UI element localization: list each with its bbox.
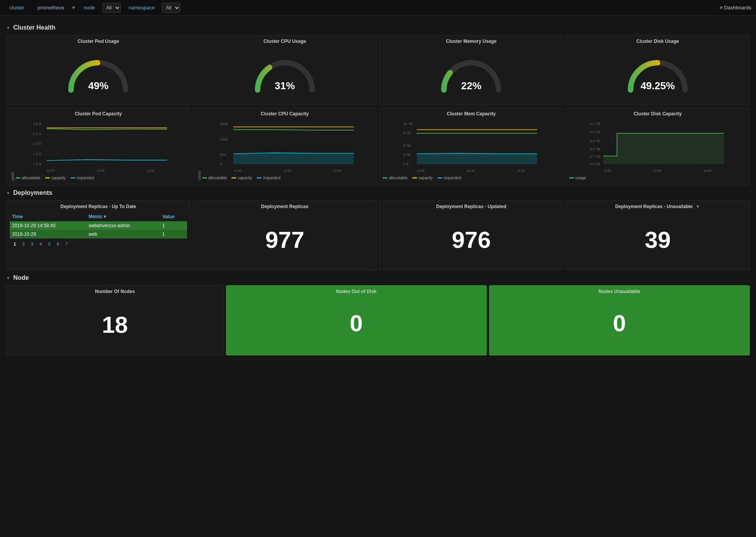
nodes-out-of-disk-title: Nodes Out of Disk [230,289,483,294]
gauges-row: Cluster Pod Usage 4 [6,35,750,105]
cpu-capacity-svg: 1500 1000 500 0 [202,120,374,174]
disk-capacity-chart-inner: 4.1 TB 4.0 TB 3.9 TB 3.8 TB 3.7 TB 3.6 T… [569,120,747,182]
prometheus-dropdown-icon[interactable]: ▼ [71,5,76,11]
table-row: 2018-10-29 web 1 [10,230,187,238]
cpu-capacity-chart-inner: 1500 1000 500 0 [202,120,374,182]
svg-text:2.0 K: 2.0 K [33,142,42,146]
svg-text:14:30: 14:30 [417,169,425,173]
cluster-pod-usage-panel: Cluster Pod Usage 4 [6,35,191,105]
cluster-cpu-usage-gauge: 31% [250,55,320,94]
svg-text:10 TB: 10 TB [403,122,413,126]
cluster-pod-usage-gauge-container: 49% [10,47,187,102]
node-nav-group: node All [79,2,121,13]
svg-text:8 TB: 8 TB [403,131,411,135]
deployment-replicas-unavailable-value: 39 [569,212,747,267]
cpu-capacity-legend: allocatable capacity requested [202,176,374,180]
page-3-button[interactable]: 3 [28,241,35,247]
deployments-chevron[interactable]: ▼ [6,191,10,195]
pod-capacity-chart-inner: 3.0 K 2.5 K 2.0 K 1.5 K 1.0 K [16,120,187,182]
nodes-out-of-disk-panel: Nodes Out of Disk 0 [226,285,487,355]
table-header-value[interactable]: Value [160,212,187,221]
capacity-charts-row: Cluster Pod Capacity pods 3.0 K 2.5 K 2.… [6,108,750,185]
deployment-replicas-value: 977 [196,212,374,267]
prometheus-nav-item[interactable]: prometheus [33,2,69,13]
table-row: 2018-10-29 14:58:40 webdrivercss-admin 1 [10,221,187,230]
deployment-table-scroll[interactable]: Time Metric ▾ Value 2018-10-29 14:58:40 … [10,212,187,238]
cluster-disk-usage-panel: Cluster Disk Usage [566,35,750,105]
node-section-header: ▼ Node [6,274,750,281]
page-6-button[interactable]: 6 [55,241,62,247]
namespace-filter-select[interactable]: All [162,3,180,13]
legend-usage-disk: usage [569,176,586,180]
svg-text:500: 500 [219,153,226,157]
cluster-health-title: Cluster Health [13,24,55,31]
cluster-cpu-usage-value: 31% [275,80,295,92]
table-cell-value-0: 1 [160,221,187,230]
svg-text:14:50: 14:50 [703,169,711,173]
legend-requested-mem: requested [438,176,461,180]
node-chevron[interactable]: ▼ [6,276,10,280]
svg-text:3.6 TB: 3.6 TB [590,162,600,166]
deployment-table: Time Metric ▾ Value 2018-10-29 14:58:40 … [10,212,187,238]
svg-text:14:40: 14:40 [467,169,475,173]
deployment-replicas-title: Deployment Replicas [196,204,374,209]
mem-capacity-legend: allocatable capacity requested [383,176,560,180]
number-of-nodes-value: 18 [10,297,220,352]
deployment-replicas-unavailable-title: Deployment Replicas - Unavailable ▼ [569,204,747,209]
table-pagination: 1 2 3 4 5 6 7 [10,238,187,249]
svg-text:3 TB: 3 TB [403,153,411,157]
svg-text:4.1 TB: 4.1 TB [590,122,600,126]
cluster-memory-usage-gauge-container: 22% [383,47,560,102]
svg-text:14:30: 14:30 [47,169,55,173]
legend-capacity-cpu: capacity [231,176,252,180]
page-1-button[interactable]: 1 [11,241,18,247]
deployment-replicas-updated-panel: Deployment Replicas - Updated 976 [379,200,563,270]
cluster-nav-item[interactable]: cluster [5,2,29,13]
svg-marker-51 [603,133,724,164]
cluster-disk-capacity-title: Cluster Disk Capacity [569,111,747,117]
unavailable-dropdown-icon[interactable]: ▼ [696,204,700,209]
pod-capacity-svg: 3.0 K 2.5 K 2.0 K 1.5 K 1.0 K [16,120,187,174]
pod-capacity-y-label: pods [10,120,16,182]
nodes-out-of-disk-value: 0 [230,296,483,350]
cluster-pod-capacity-chart-container: pods 3.0 K 2.5 K 2.0 K 1.5 K 1.0 K [10,120,187,182]
legend-requested: requested [71,176,94,180]
deployments-title: Deployments [13,189,52,196]
svg-text:3.9 TB: 3.9 TB [590,139,600,143]
cpu-capacity-y-label: cores [196,120,202,182]
cluster-cpu-capacity-title: Cluster CPU Capacity [196,111,374,117]
svg-text:2.5 K: 2.5 K [33,132,42,136]
cluster-disk-usage-value: 49.25% [641,80,675,92]
table-cell-time-0: 2018-10-29 14:58:40 [10,221,87,230]
page-2-button[interactable]: 2 [20,241,27,247]
deployment-replicas-updated-value: 976 [383,212,560,267]
table-header-time[interactable]: Time [10,212,87,221]
cluster-nav-group: cluster [5,2,30,13]
main-content: ▼ Cluster Health Cluster Pod Usage [0,16,756,362]
deployment-replicas-updated-title: Deployment Replicas - Updated [383,204,560,209]
cluster-memory-usage-gauge: 22% [436,55,506,94]
mem-capacity-svg: 10 TB 8 TB 5 TB 3 TB 0 B [383,120,560,174]
table-cell-metric-0: webdrivercss-admin [87,221,160,230]
page-5-button[interactable]: 5 [46,241,53,247]
svg-text:3.7 TB: 3.7 TB [590,155,600,159]
deployment-replicas-up-to-date-panel: Deployment Replicas - Up To Date Time Me… [6,200,191,270]
mem-capacity-chart-inner: 10 TB 8 TB 5 TB 3 TB 0 B [383,120,560,182]
cluster-cpu-capacity-chart-container: cores 1500 1000 500 0 [196,120,374,182]
namespace-nav-item[interactable]: namespace [124,2,159,13]
cluster-disk-capacity-panel: Cluster Disk Capacity 4.1 TB 4.0 TB 3.9 … [566,108,750,185]
cluster-mem-capacity-panel: Cluster Mem Capacity 10 TB 8 TB 5 TB 3 T… [379,108,563,185]
nodes-unavailable-value: 0 [493,296,746,350]
table-header-metric[interactable]: Metric ▾ [87,212,160,221]
prometheus-nav-group: prometheus ▼ [33,2,76,13]
node-filter-select[interactable]: All [102,3,121,13]
dashboards-button[interactable]: ≡ Dashboards [720,5,751,11]
svg-text:3.8 TB: 3.8 TB [590,147,600,151]
page-4-button[interactable]: 4 [37,241,44,247]
cluster-pod-capacity-title: Cluster Pod Capacity [10,111,187,117]
page-7-button[interactable]: 7 [63,241,70,247]
svg-text:0 B: 0 B [403,162,408,166]
cluster-cpu-capacity-panel: Cluster CPU Capacity cores 1500 1000 500… [193,108,377,185]
node-nav-item[interactable]: node [79,2,100,13]
cluster-health-chevron[interactable]: ▼ [6,26,10,30]
